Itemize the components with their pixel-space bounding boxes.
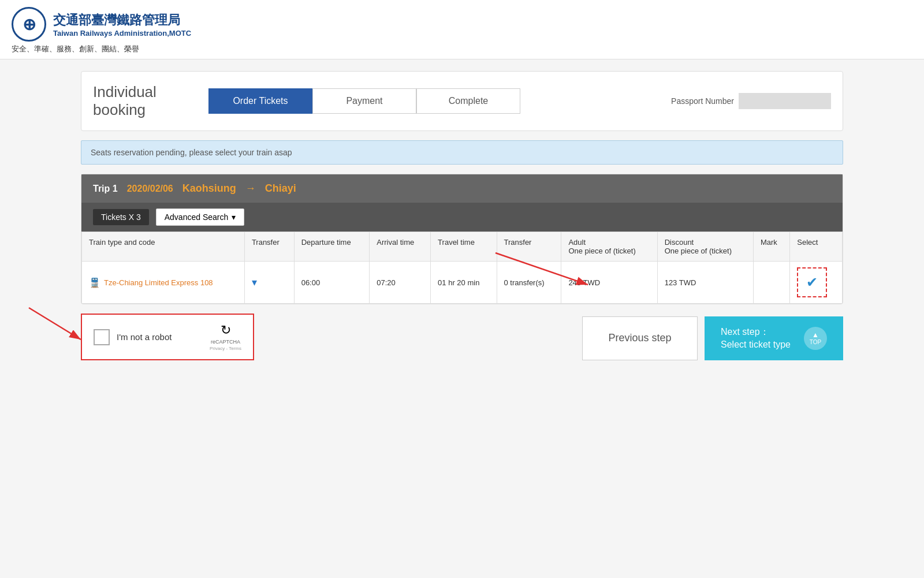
previous-step-button[interactable]: Previous step [582,316,698,361]
departure-cell: 06:00 [294,262,370,304]
booking-card: Individual booking Order Tickets Payment… [81,71,843,131]
train-icon: 🚆 [89,277,100,288]
trip-arrow: → [245,182,256,195]
col-mark: Mark [753,232,789,262]
col-train-type: Train type and code [82,232,245,262]
col-select: Select [790,232,843,262]
discount-price-cell: 123 TWD [657,262,753,304]
org-name-en: Taiwan Railways Administration,MOTC [53,29,191,38]
captcha-widget: I'm not a robot ↻ reCAPTCHA Privacy - Te… [81,314,254,360]
booking-header: Individual booking Order Tickets Payment… [93,83,831,119]
col-transfer: Transfer [497,232,561,262]
navigation-section: Previous step Next step： Select ticket t… [582,316,843,361]
recaptcha-icon: ↻ [221,323,231,338]
transfer-expand-cell[interactable]: ▾ [244,262,294,304]
transfer-count-cell: 0 transfer(s) [497,262,561,304]
select-cell[interactable]: ✔ [790,262,843,304]
trip-to: Chiayi [265,182,296,195]
passport-section: Passport Number [671,93,831,109]
next-step-button[interactable]: Next step： Select ticket type ▲ TOP [705,316,843,361]
trip-from: Kaohsiung [182,182,236,195]
slogan: 安全、準確、服務、創新、團結、榮譽 [12,44,912,54]
svg-line-1 [29,308,81,340]
train-name-cell: 🚆 Tze-Chiang Limited Express 108 [82,262,245,304]
col-departure: Departure time [294,232,370,262]
step-payment[interactable]: Payment [312,88,416,114]
mark-cell [753,262,789,304]
transfer-dropdown-icon[interactable]: ▾ [252,277,257,288]
col-arrival: Arrival time [370,232,431,262]
nav-buttons: Previous step Next step： Select ticket t… [582,316,843,361]
select-button[interactable]: ✔ [797,267,827,297]
recaptcha-brand: reCAPTCHA [211,339,240,345]
checkmark-icon: ✔ [806,274,818,290]
dropdown-chevron-icon: ▾ [232,212,236,222]
logo-symbol: ⊕ [23,15,36,34]
trip-header: Trip 1 2020/02/06 Kaohsiung → Chiayi [81,174,843,203]
recaptcha-sub: Privacy - Terms [210,346,241,351]
arrow-to-captcha [23,302,98,348]
advanced-search-button[interactable]: Advanced Search ▾ [156,208,245,226]
travel-time-cell: 01 hr 20 min [431,262,497,304]
tickets-badge: Tickets X 3 [93,209,149,225]
col-transfer-expand: Transfer [244,232,294,262]
col-discount-price: DiscountOne piece of (ticket) [657,232,753,262]
adult-price-cell: 245 TWD [561,262,657,304]
main-content: Individual booking Order Tickets Payment… [69,59,855,372]
train-name-link[interactable]: 🚆 Tze-Chiang Limited Express 108 [89,277,237,288]
top-badge: ▲ TOP [804,327,827,350]
booking-title: Individual booking [93,83,197,119]
step-complete[interactable]: Complete [416,88,520,114]
captcha-area: I'm not a robot ↻ reCAPTCHA Privacy - Te… [81,314,254,360]
step-order-tickets[interactable]: Order Tickets [208,88,312,114]
trip-number: Trip 1 [93,184,118,194]
steps-bar: Order Tickets Payment Complete [208,88,660,114]
passport-label: Passport Number [671,96,734,106]
logo-circle: ⊕ [12,7,46,42]
train-table: Train type and code Transfer Departure t… [81,232,843,304]
trip-card: Trip 1 2020/02/06 Kaohsiung → Chiayi Tic… [81,174,843,304]
captcha-label: I'm not a robot [117,332,172,342]
trip-date: 2020/02/06 [127,184,173,194]
org-name-block: 交通部臺灣鐵路管理局 Taiwan Railways Administratio… [53,12,191,38]
passport-input[interactable] [739,93,831,109]
org-name-cn: 交通部臺灣鐵路管理局 [53,12,191,29]
table-row: 🚆 Tze-Chiang Limited Express 108 ▾ 06:00… [82,262,843,304]
col-adult-price: AdultOne piece of (ticket) [561,232,657,262]
arrival-cell: 07:20 [370,262,431,304]
trip-controls: Tickets X 3 Advanced Search ▾ [81,203,843,232]
page-header: ⊕ 交通部臺灣鐵路管理局 Taiwan Railways Administrat… [0,0,924,59]
col-travel-time: Travel time [431,232,497,262]
captcha-logo: ↻ reCAPTCHA Privacy - Terms [210,323,241,351]
alert-banner: Seats reservation pending, please select… [81,140,843,165]
next-btn-text: Next step： Select ticket type [721,326,791,352]
